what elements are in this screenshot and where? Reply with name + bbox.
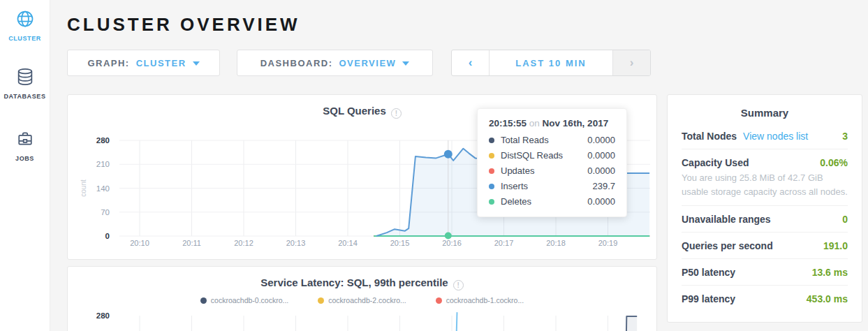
tooltip-timestamp: 20:15:55 on Nov 16th, 2017 [489,118,615,128]
chevron-left-icon: ‹ [469,56,473,70]
dashboard-dropdown-label: DASHBOARD: [260,58,333,68]
series-color-dot [489,168,494,174]
view-nodes-list-link[interactable]: View nodes list [743,131,808,142]
graph-dropdown[interactable]: GRAPH: CLUSTER [67,50,220,76]
series-color-dot [489,199,494,205]
sidebar-item-label: DATABASES [3,93,45,100]
x-tick-label: 20:12 [234,239,253,247]
tooltip-row: Inserts239.7 [489,181,615,191]
graph-dropdown-label: GRAPH: [87,58,129,68]
tooltip-row: DistSQL Reads0.0000 [489,150,615,161]
summary-title: Summary [682,95,848,123]
service-latency-chart[interactable]: 280 [68,267,656,331]
tooltip-on-word: on [529,118,540,128]
tooltip-series-value: 0.0000 [587,135,615,145]
tooltip-series-name: Total Reads [501,135,549,145]
summary-row: Unavailable ranges0 [682,205,848,232]
x-tick-label: 20:15 [390,239,410,247]
hover-dot-inserts [444,150,453,159]
series-line [455,312,457,331]
chevron-right-icon: › [630,56,634,70]
graph-dropdown-value: CLUSTER [136,58,186,68]
tooltip-series-value: 0.0000 [587,196,615,207]
x-tick-label: 20:11 [182,239,201,247]
sidebar-item-label: JOBS [15,155,34,162]
database-icon [15,67,35,89]
summary-row: P50 latency13.6 ms [682,258,848,285]
summary-row-value: 13.6 ms [812,267,848,278]
summary-row-value: 3 [842,131,848,142]
time-next-button-disabled[interactable]: › [612,50,650,75]
summary-row-note: You are using 25.8 MiB of 42.7 GiB usabl… [682,171,848,198]
y-tick-label: 140 [96,184,110,193]
sidebar-item-label: CLUSTER [8,35,41,42]
tooltip-time: 20:15:55 [489,118,527,128]
x-tick-label: 20:10 [130,239,149,247]
summary-row: Capacity Used0.06%You are using 25.8 MiB… [682,149,848,205]
y-axis-label: count [80,179,87,197]
tooltip-series-name: DistSQL Reads [501,150,563,161]
tooltip-series-name: Deletes [501,196,531,207]
service-latency-chart-panel: Service Latency: SQL, 99th percentile! c… [67,266,657,331]
y-gridlines: 280 [96,311,110,320]
x-tick-label: 20:18 [546,239,566,247]
summary-row: Queries per second191.0 [682,232,848,258]
dashboard-dropdown[interactable]: DASHBOARD: OVERVIEW [237,50,433,76]
tooltip-row: Deletes0.0000 [489,196,615,207]
summary-row: Total NodesView nodes list3 [682,123,848,149]
time-range-label[interactable]: LAST 10 MIN [490,50,612,75]
page-title: CLUSTER OVERVIEW [67,14,300,36]
dashboard-dropdown-value: OVERVIEW [339,58,397,68]
y-tick-label: 280 [96,136,110,145]
briefcase-icon [15,129,35,152]
series-color-dot [489,138,494,143]
summary-row-label: P99 latency [682,293,735,304]
sidebar: CLUSTER DATABASES JOBS [0,0,50,331]
tooltip-series-value: 239.7 [592,181,615,191]
y-tick-label: 0 [105,232,110,240]
globe-icon [15,9,35,31]
series-color-dot [489,153,494,159]
x-tick-label: 20:17 [494,239,514,247]
summary-row-label: Capacity Used [682,157,749,168]
y-tick-label: 280 [96,311,110,320]
summary-row-label: Unavailable ranges [682,214,771,225]
chevron-down-icon [193,61,200,66]
hover-dot-deletes [445,233,452,240]
chart-series [455,312,638,331]
chart-hover-tooltip: 20:15:55 on Nov 16th, 2017 Total Reads0.… [477,108,627,217]
summary-row-value: 0.06% [820,157,848,168]
tooltip-series-value: 0.0000 [587,166,615,176]
chevron-down-icon [402,61,409,66]
tooltip-series-value: 0.0000 [587,150,615,161]
summary-row: P99 latency453.0 ms [682,285,848,311]
sidebar-item-cluster[interactable]: CLUSTER [0,0,50,42]
tooltip-series-name: Updates [501,166,534,176]
x-tick-label: 20:16 [442,239,462,247]
summary-row-value: 191.0 [823,240,848,251]
y-tick-label: 70 [101,208,110,216]
tooltip-row: Total Reads0.0000 [489,135,615,145]
summary-panel: Summary Total NodesView nodes list3Capac… [667,94,862,323]
summary-row-label: P50 latency [682,267,735,278]
sidebar-item-jobs[interactable]: JOBS [0,100,50,162]
x-gridlines [140,316,608,331]
summary-row-label: Total Nodes [682,131,737,142]
time-range-selector: ‹ LAST 10 MIN › [451,50,651,76]
summary-row-value: 453.0 ms [807,293,848,304]
y-tick-label: 210 [96,160,110,168]
x-tick-label: 20:19 [598,239,618,247]
sidebar-item-databases[interactable]: DATABASES [0,42,50,100]
tooltip-row: Updates0.0000 [489,166,615,176]
summary-row-label: Queries per second [682,240,773,251]
summary-row-value: 0 [842,214,848,225]
series-color-dot [489,184,494,189]
time-prev-button[interactable]: ‹ [452,50,490,75]
tooltip-series-name: Inserts [501,181,528,191]
x-tick-label: 20:14 [338,239,358,247]
x-tick-label: 20:13 [286,239,306,247]
tooltip-date: Nov 16th, 2017 [543,118,609,128]
